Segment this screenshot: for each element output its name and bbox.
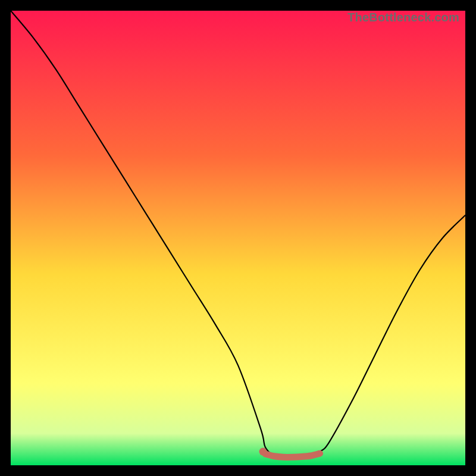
attribution-label: TheBottleneck.com [347,11,459,24]
gradient-background [11,11,465,465]
optimal-segment [265,453,320,457]
chart-frame: TheBottleneck.com [11,11,465,465]
optimal-marker [259,448,267,456]
chart-plot [11,11,465,465]
